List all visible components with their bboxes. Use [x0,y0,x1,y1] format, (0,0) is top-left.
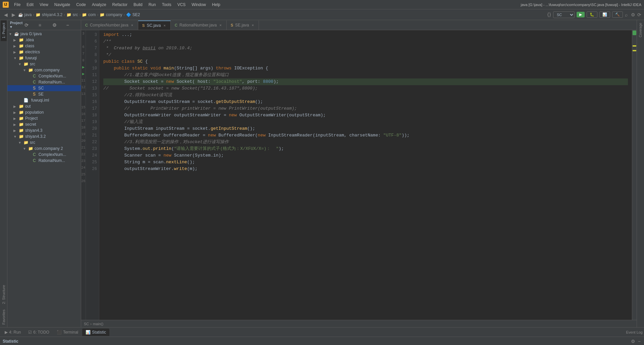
gutter-line-15: 15 [81,104,86,111]
main-content: C ComplexNumber.java × S SC.java × C Rat… [81,20,644,327]
search-everywhere-btn[interactable]: ⌕ [625,12,628,17]
breadcrumb-main[interactable]: main() [93,322,103,326]
menu-vcs[interactable]: VCS [175,2,189,8]
run-config-select[interactable]: SC [553,11,575,18]
coverage-button[interactable]: 📊 [599,11,610,18]
bottom-tab-terminal[interactable]: ⬛ Terminal [53,329,82,336]
tab-rationalnumber[interactable]: C RationalNumber.java × [171,20,227,30]
sidebar-tab-project[interactable]: 1: Project [1,20,7,41]
menu-window[interactable]: Window [189,2,209,8]
right-tab-coverage[interactable]: Coverage [638,20,643,40]
tree-item-project[interactable]: ▶📁Project [7,115,81,121]
tab-label-complexnumber: ComplexNumber.java [90,23,128,27]
code-line-25: String m = scan.nextLine(); [103,159,628,166]
tree-item-fuwuqi-iml[interactable]: 📄fuwuqi.iml [7,97,81,103]
statusbar-right-mini: Event Log [626,330,643,334]
menu-analyze[interactable]: Analyze [89,2,109,8]
todo-tab-icon: ☑ [28,330,32,335]
tab-close-se[interactable]: × [251,23,254,27]
right-gutter-top [633,31,636,35]
code-line-21: BufferedReader bufferedReader = new Buff… [103,132,628,139]
tree-item-shiyan432[interactable]: ▼📁shiyan4.3.2 [7,133,81,139]
tree-item-electrics[interactable]: ▶📁electrics [7,49,81,55]
tree-item-se[interactable]: SSE [7,91,81,97]
bottom-tab-todo[interactable]: ☑ 6: TODO [25,329,53,336]
tree-item-shiyan432-com[interactable]: ▼📁com.company 2 [7,146,81,152]
code-editor[interactable]: 3 6 7 8 ▶ ▶ 11 12 13 15 16 17 [81,30,637,320]
menu-help[interactable]: Help [209,2,223,8]
statistic-settings-btn[interactable]: ⚙ [630,338,636,345]
run-button[interactable]: ▶ [577,12,585,17]
tree-item-com-company[interactable]: ▼📁com.company [7,67,81,73]
statistic-minimize-btn[interactable]: − [637,338,641,345]
tree-item-out[interactable]: ▶📁out [7,103,81,109]
menu-navigate[interactable]: Navigate [52,2,73,8]
breadcrumb-company[interactable]: 📁 company [100,12,122,17]
nav-forward-btn[interactable]: ▶ [10,11,17,18]
code-line-13: // Socket socket = new Socket("172.16.43… [103,85,628,92]
tree-item-sc[interactable]: SSC [7,85,81,91]
tree-item-shiyan432-rationalnum[interactable]: CRationalNum... [7,158,81,164]
menu-refactor[interactable]: Refactor [110,2,130,8]
project-tree: ▼☕java G:\java ▶📁.idea ▶📁class ▶📁electri… [7,30,81,327]
tab-complexnumber[interactable]: C ComplexNumber.java × [81,20,138,30]
code-content[interactable]: import ...; /** * Created by besti on 20… [99,30,632,320]
bottom-tab-statistic[interactable]: 📊 Statistic [82,329,109,336]
tree-item-rationalnum[interactable]: CRationalNum... [7,79,81,85]
breadcrumb-sc[interactable]: SC [84,322,89,326]
breadcrumb-com[interactable]: 📁 com [82,12,96,17]
breadcrumb-shiyan[interactable]: 📁 shiyan4.3.2 [36,12,62,17]
gutter-line-19: 19 [81,131,86,137]
nav-extra-icon[interactable]: ⟨⟩ [547,11,551,18]
tree-item-idea[interactable]: ▶📁.idea [7,37,81,43]
sidebar-sync-btn[interactable]: ⟳ [24,22,36,28]
breadcrumb-se2[interactable]: 🔷 SE2 [126,12,140,17]
tab-icon-rationalnumber: C [175,23,177,27]
tab-sc[interactable]: S SC.java × [138,20,171,30]
menu-code[interactable]: Code [73,2,89,8]
statistic-title: Statistic [3,339,630,344]
right-gutter-warn1 [633,45,636,47]
nav-back-btn[interactable]: ◀ [3,11,9,18]
menu-file[interactable]: File [11,2,23,8]
breadcrumb-java[interactable]: ☕ java [18,12,32,17]
tree-item-complexnum[interactable]: CComplexNum... [7,73,81,79]
menu-edit[interactable]: Edit [24,2,36,8]
tree-item-secret[interactable]: ▶📁secret [7,121,81,127]
breadcrumb-src[interactable]: 📁 src [66,12,78,17]
menu-view[interactable]: View [37,2,51,8]
tree-item-java[interactable]: ▼☕java G:\java [7,31,81,37]
right-gutter-warn2 [633,50,636,51]
sidebar-collapse-btn[interactable]: ≡ [38,22,50,28]
settings-btn[interactable]: ⚙ [631,12,635,17]
code-line-24: Scanner scan = new Scanner(System.in); [103,152,628,159]
tree-item-fuwuqi[interactable]: ▼📁fuwuqi [7,55,81,61]
sidebar-tab-favorites[interactable]: Favorites [1,307,7,327]
code-line-11: //1.建立客户端Socket连接，指定服务器位置和端口 [103,72,628,78]
tab-se[interactable]: S SE.java × [227,20,259,30]
tree-item-shiyan43[interactable]: ▶📁shiyan4.3 [7,127,81,133]
gutter-line-24: 24 [81,164,86,171]
menu-tools[interactable]: Tools [159,2,174,8]
sidebar-minimize-btn[interactable]: − [66,22,78,28]
right-gutter [632,30,637,320]
tree-item-fuwuqi-src[interactable]: ▼📁src [7,61,81,67]
tree-item-population[interactable]: ▶📁population [7,109,81,115]
tab-close-sc[interactable]: × [163,23,166,27]
tree-item-shiyan432-complexnum[interactable]: CComplexNum... [7,152,81,158]
tree-item-class[interactable]: ▶📁class [7,43,81,49]
sidebar-tab-structure[interactable]: 2: Structure [1,282,7,307]
event-log-link[interactable]: Event Log [626,330,643,334]
tab-close-rationalnumber[interactable]: × [219,23,222,27]
sidebar-settings-btn[interactable]: ⚙ [52,22,64,28]
build-button[interactable]: 🔨 [612,11,623,18]
side-tabs-right: Coverage [637,20,644,327]
tree-item-shiyan432-src[interactable]: ▼📁src [7,139,81,146]
debug-button[interactable]: 🐛 [587,11,597,18]
tab-close-complexnumber[interactable]: × [130,23,134,27]
menu-run[interactable]: Run [146,2,159,8]
bottom-tab-run[interactable]: ▶ 4: Run [1,329,24,336]
menu-build[interactable]: Build [131,2,145,8]
tab-icon-complexnumber: C [85,23,88,27]
update-btn[interactable]: ⟳ [637,12,641,17]
